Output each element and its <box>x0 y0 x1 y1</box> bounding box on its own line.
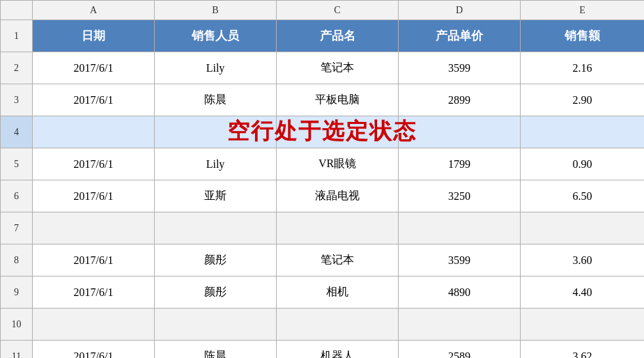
cell-8d[interactable]: 3599 <box>399 244 521 277</box>
cell-4d[interactable] <box>399 116 521 148</box>
header-salesperson: 销售人员 <box>155 20 277 52</box>
table-row: 11 2017/6/1 陈晨 机器人 2589 3.62 <box>1 341 645 359</box>
row-num-8: 8 <box>1 244 33 277</box>
cell-3a[interactable]: 2017/6/1 <box>33 84 155 116</box>
cell-4e[interactable] <box>521 116 645 148</box>
cell-9d[interactable]: 4890 <box>399 277 521 309</box>
header-row: 1 日期 销售人员 产品名 产品单价 销售额 <box>1 20 645 52</box>
cell-5e[interactable]: 0.90 <box>521 148 645 180</box>
row-num-3: 3 <box>1 84 33 116</box>
cell-3e[interactable]: 2.90 <box>521 84 645 116</box>
cell-4c[interactable] <box>277 116 399 148</box>
cell-10c[interactable] <box>277 309 399 341</box>
table-row: 2 2017/6/1 Lily 笔记本 3599 2.16 <box>1 52 645 84</box>
cell-8a[interactable]: 2017/6/1 <box>33 244 155 277</box>
cell-4a[interactable] <box>33 116 155 148</box>
cell-2c[interactable]: 笔记本 <box>277 52 399 84</box>
table-row: 3 2017/6/1 陈晨 平板电脑 2899 2.90 <box>1 84 645 116</box>
table-row: 8 2017/6/1 颜彤 笔记本 3599 3.60 <box>1 244 645 277</box>
cell-11b[interactable]: 陈晨 <box>155 341 277 359</box>
cell-11a[interactable]: 2017/6/1 <box>33 341 155 359</box>
cell-9b[interactable]: 颜彤 <box>155 277 277 309</box>
cell-5b[interactable]: Lily <box>155 148 277 180</box>
row-num-9: 9 <box>1 277 33 309</box>
col-letter-d: D <box>399 1 521 20</box>
row-num-10: 10 <box>1 309 33 341</box>
cell-7c[interactable] <box>277 212 399 244</box>
row-num-6: 6 <box>1 180 33 212</box>
empty-row-7: 7 <box>1 212 645 244</box>
empty-row-10: 10 <box>1 309 645 341</box>
cell-10e[interactable] <box>521 309 645 341</box>
col-letters-row: A B C D E <box>1 1 645 20</box>
cell-6a[interactable]: 2017/6/1 <box>33 180 155 212</box>
col-letter-a: A <box>33 1 155 20</box>
row-num-5: 5 <box>1 148 33 180</box>
col-letter-c: C <box>277 1 399 20</box>
cell-11e[interactable]: 3.62 <box>521 341 645 359</box>
header-sales: 销售额 <box>521 20 645 52</box>
cell-6e[interactable]: 6.50 <box>521 180 645 212</box>
cell-7e[interactable] <box>521 212 645 244</box>
cell-2b[interactable]: Lily <box>155 52 277 84</box>
cell-2d[interactable]: 3599 <box>399 52 521 84</box>
selected-empty-row: 4 <box>1 116 645 148</box>
cell-6c[interactable]: 液晶电视 <box>277 180 399 212</box>
header-date: 日期 <box>33 20 155 52</box>
cell-10d[interactable] <box>399 309 521 341</box>
cell-11c[interactable]: 机器人 <box>277 341 399 359</box>
cell-5d[interactable]: 1799 <box>399 148 521 180</box>
col-letter-e: E <box>521 1 645 20</box>
cell-2a[interactable]: 2017/6/1 <box>33 52 155 84</box>
cell-2e[interactable]: 2.16 <box>521 52 645 84</box>
table-row: 9 2017/6/1 颜彤 相机 4890 4.40 <box>1 277 645 309</box>
cell-8b[interactable]: 颜彤 <box>155 244 277 277</box>
header-unit-price: 产品单价 <box>399 20 521 52</box>
cell-5a[interactable]: 2017/6/1 <box>33 148 155 180</box>
cell-11d[interactable]: 2589 <box>399 341 521 359</box>
cell-10b[interactable] <box>155 309 277 341</box>
cell-8c[interactable]: 笔记本 <box>277 244 399 277</box>
cell-10a[interactable] <box>33 309 155 341</box>
row-num-11: 11 <box>1 341 33 359</box>
header-product: 产品名 <box>277 20 399 52</box>
cell-9e[interactable]: 4.40 <box>521 277 645 309</box>
cell-7a[interactable] <box>33 212 155 244</box>
cell-3c[interactable]: 平板电脑 <box>277 84 399 116</box>
cell-3d[interactable]: 2899 <box>399 84 521 116</box>
cell-3b[interactable]: 陈晨 <box>155 84 277 116</box>
cell-6b[interactable]: 亚斯 <box>155 180 277 212</box>
corner-cell <box>1 1 33 20</box>
cell-8e[interactable]: 3.60 <box>521 244 645 277</box>
cell-9a[interactable]: 2017/6/1 <box>33 277 155 309</box>
row-num-4: 4 <box>1 116 33 148</box>
cell-5c[interactable]: VR眼镜 <box>277 148 399 180</box>
cell-7b[interactable] <box>155 212 277 244</box>
table-row: 5 2017/6/1 Lily VR眼镜 1799 0.90 <box>1 148 645 180</box>
data-table: A B C D E 1 日期 销售人员 产品名 产品单价 销售额 2 2017/… <box>0 0 644 358</box>
row-num-1: 1 <box>1 20 33 52</box>
table-container: A B C D E 1 日期 销售人员 产品名 产品单价 销售额 2 2017/… <box>0 0 644 358</box>
row-num-2: 2 <box>1 52 33 84</box>
row-num-7: 7 <box>1 212 33 244</box>
cell-9c[interactable]: 相机 <box>277 277 399 309</box>
spreadsheet: A B C D E 1 日期 销售人员 产品名 产品单价 销售额 2 2017/… <box>0 0 644 358</box>
cell-6d[interactable]: 3250 <box>399 180 521 212</box>
cell-4b[interactable] <box>155 116 277 148</box>
table-row: 6 2017/6/1 亚斯 液晶电视 3250 6.50 <box>1 180 645 212</box>
col-letter-b: B <box>155 1 277 20</box>
cell-7d[interactable] <box>399 212 521 244</box>
